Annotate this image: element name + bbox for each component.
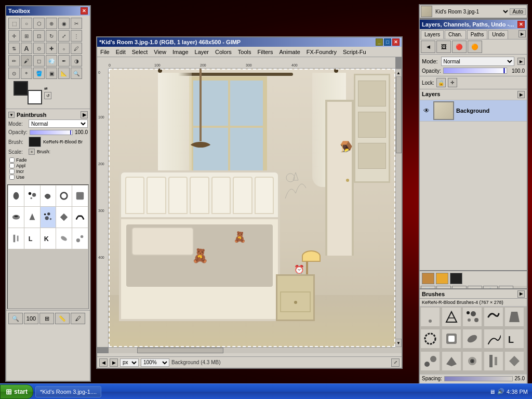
- scale-tool[interactable]: ⤢: [58, 30, 70, 42]
- menu-script-fu[interactable]: Script-Fu: [340, 47, 369, 57]
- perspective-tool[interactable]: ⬦: [58, 43, 70, 54]
- foreground-color-swatch[interactable]: [14, 81, 28, 96]
- auto-button[interactable]: Auto: [510, 8, 526, 15]
- flip-tool[interactable]: ⇅: [8, 43, 20, 54]
- nav-forward-button[interactable]: ▶: [110, 358, 118, 367]
- apply-checkbox[interactable]: [9, 163, 15, 168]
- brushes-cell-10[interactable]: L: [505, 329, 524, 348]
- gimp-close-button[interactable]: ✕: [392, 38, 400, 46]
- brushes-cell-15[interactable]: [505, 352, 524, 370]
- layers-panel-close-button[interactable]: ✕: [517, 21, 525, 28]
- eraser-tool[interactable]: ◻: [33, 55, 45, 66]
- horizontal-scrollbar[interactable]: [109, 347, 395, 353]
- layers-opacity-slider[interactable]: [443, 68, 507, 74]
- lock-position-button[interactable]: ✛: [448, 78, 457, 87]
- fuzzy-select-tool[interactable]: ⊕: [46, 18, 57, 29]
- opacity-slider[interactable]: [30, 130, 73, 135]
- spacing-slider[interactable]: [444, 376, 513, 381]
- layer-item-background[interactable]: 👁 Background: [420, 100, 527, 122]
- pencil-tool[interactable]: ✏: [8, 55, 20, 66]
- grid-button[interactable]: ⊞: [39, 313, 54, 324]
- paintbrush-tool active[interactable]: 🖌: [21, 55, 32, 66]
- swap-colors-button[interactable]: ⇄: [44, 86, 51, 91]
- start-button[interactable]: ⊞ start: [0, 384, 33, 399]
- brushes-cell-5[interactable]: [505, 308, 524, 326]
- vertical-scrollbar[interactable]: [395, 69, 402, 347]
- brush-cell-12[interactable]: L: [24, 228, 40, 249]
- airbrush-tool[interactable]: 💨: [46, 55, 57, 66]
- brushes-menu-button[interactable]: ▶: [517, 290, 525, 298]
- measure-tool[interactable]: 📐: [58, 68, 70, 79]
- config-button[interactable]: 🖊: [71, 313, 85, 324]
- scale-add-btn[interactable]: +: [29, 149, 35, 155]
- incremental-checkbox[interactable]: [9, 169, 15, 174]
- brushes-cell-3[interactable]: [463, 308, 482, 326]
- layers-mode-select[interactable]: Normal Multiply Screen: [441, 57, 514, 66]
- brush-cell-14[interactable]: [56, 228, 72, 249]
- rulers-button[interactable]: 📏: [55, 313, 70, 324]
- zoom-select[interactable]: 100% 50% 200%: [141, 358, 169, 367]
- dodge-tool[interactable]: ◑: [71, 55, 82, 66]
- menu-edit[interactable]: Edit: [113, 47, 129, 57]
- brush-cell-6[interactable]: [8, 207, 24, 228]
- brushes-cell-14[interactable]: [484, 352, 503, 370]
- clone-tool[interactable]: ⊙: [33, 43, 45, 54]
- scroll-down-arrow[interactable]: ▼: [395, 339, 402, 347]
- brush-cell-4[interactable]: [56, 185, 72, 206]
- reset-colors-button[interactable]: ↺: [44, 92, 51, 99]
- brushes-cell-8[interactable]: [463, 329, 482, 348]
- use-checkbox[interactable]: [9, 175, 15, 180]
- brushes-cell-6[interactable]: [421, 329, 440, 348]
- zoom-actual-button[interactable]: 100: [24, 313, 38, 324]
- tab-layers[interactable]: Layers: [421, 30, 444, 39]
- new-layer-button[interactable]: 🖼: [436, 41, 451, 53]
- menu-filters[interactable]: Filters: [255, 47, 276, 57]
- paintbrush-collapse-arrow[interactable]: ▶: [81, 111, 88, 118]
- taskbar-item-gimp[interactable]: *Kid's Room 3.jpg-1....: [35, 386, 101, 397]
- brush-cell-13[interactable]: K: [41, 228, 56, 249]
- brush-cell-2[interactable]: [24, 185, 40, 206]
- brushes-cell-13[interactable]: [463, 352, 482, 370]
- layers-prev-button[interactable]: ◀: [421, 41, 435, 53]
- layers-menu-button[interactable]: ▶: [517, 91, 525, 98]
- blur-tool[interactable]: ⊙: [8, 68, 20, 79]
- menu-tools[interactable]: Tools: [235, 47, 255, 57]
- tab-channels[interactable]: Chan.: [445, 30, 466, 39]
- fade-checkbox[interactable]: [9, 157, 15, 163]
- zoom-tool[interactable]: 🔍: [71, 68, 82, 79]
- brush-cell-9[interactable]: [56, 207, 72, 228]
- blend-tool[interactable]: ▣: [46, 68, 57, 79]
- scroll-up-arrow[interactable]: ▲: [395, 69, 402, 77]
- menu-select[interactable]: Select: [129, 47, 151, 57]
- bucket-tool[interactable]: 🪣: [33, 68, 45, 79]
- brush-swatch-orange[interactable]: [436, 273, 448, 284]
- unit-select[interactable]: px cm in: [120, 358, 139, 367]
- brush-swatch-black[interactable]: [450, 273, 462, 284]
- ink-tool[interactable]: ✒: [58, 55, 70, 66]
- paintbrush-expand-button[interactable]: ▼: [8, 112, 15, 118]
- brush-cell-11[interactable]: [8, 228, 24, 249]
- menu-file[interactable]: File: [97, 47, 113, 57]
- brush-cell-3[interactable]: [41, 185, 56, 206]
- background-color-swatch[interactable]: [28, 90, 42, 104]
- menu-animate[interactable]: Animate: [276, 47, 303, 57]
- nav-back-button[interactable]: ◀: [99, 358, 108, 367]
- heal-tool[interactable]: ✚: [46, 43, 57, 54]
- mode-select[interactable]: Normal Multiply Screen: [29, 119, 88, 128]
- shear-tool[interactable]: ⋮: [71, 30, 82, 42]
- brushes-cell-7[interactable]: [442, 329, 461, 348]
- brush-cell-15[interactable]: [72, 228, 88, 249]
- path-tool[interactable]: 🖊: [71, 43, 82, 54]
- raise-layer-button[interactable]: 🔴: [452, 41, 467, 53]
- menu-view[interactable]: View: [151, 47, 169, 57]
- smudge-tool[interactable]: ⌖: [21, 68, 32, 79]
- brushes-cell-2[interactable]: [442, 308, 461, 326]
- brush-cell-1[interactable]: [8, 185, 24, 206]
- menu-fx-foundry[interactable]: FX-Foundry: [303, 47, 340, 57]
- crop-tool[interactable]: ⊡: [33, 30, 45, 42]
- text-tool[interactable]: A: [21, 43, 32, 54]
- mode-dropdown-arrow[interactable]: ▶: [517, 58, 525, 65]
- move-tool[interactable]: ✛: [8, 30, 20, 42]
- tab-undo[interactable]: Undo: [488, 30, 508, 39]
- gimp-minimize-button[interactable]: _: [376, 38, 383, 46]
